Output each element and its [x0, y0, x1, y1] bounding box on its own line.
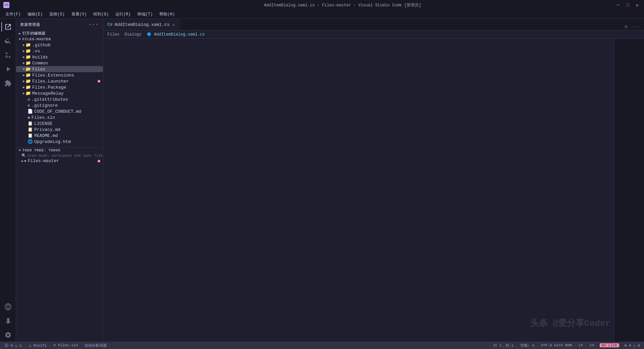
breadcrumb-file[interactable]: 🔷 AddItemDialog.xaml.cs: [147, 32, 205, 37]
extensions-icon[interactable]: [1, 77, 15, 90]
split-editor-button[interactable]: ⊟: [623, 23, 629, 30]
tree-item-common[interactable]: ▶ 📁 Common: [16, 60, 103, 66]
tree-item-filesln[interactable]: ◈ Files.sln: [16, 114, 103, 120]
tree-item-common-label: Common: [32, 61, 48, 66]
breadcrumb-sep2: ›: [143, 32, 145, 37]
menu-run[interactable]: 运行(R): [113, 11, 133, 18]
chevron-right-icon: ▶: [23, 43, 25, 47]
todo-section-header[interactable]: ▼ TODO TREE: TODOS: [16, 148, 103, 153]
auto-analyze-status[interactable]: 自动分析词源: [83, 343, 108, 348]
folder-icon2: 📁: [25, 48, 31, 54]
problems-count[interactable]: ⊗ 0 ⚠ 0: [623, 343, 641, 348]
file-icon-license: 📋: [28, 121, 33, 126]
tree-item-codeofconduct[interactable]: 📄 CODE_OF_CONDUCT.md: [16, 108, 103, 114]
sidebar-options-button[interactable]: ···: [88, 21, 99, 28]
todo-badge: [98, 160, 100, 162]
menu-terminal[interactable]: 终端(T): [135, 11, 156, 18]
line-ending-status[interactable]: LF: [577, 343, 584, 347]
breadcrumb-files[interactable]: Files: [107, 32, 119, 37]
tree-item-vs[interactable]: ▶ 📁 .vs: [16, 48, 103, 54]
language-status[interactable]: C#: [588, 343, 595, 347]
chevron-right-icon3: ▶: [23, 55, 25, 59]
file-icon-readme: 📋: [28, 133, 33, 138]
breadcrumb-dialogs[interactable]: Dialogs: [124, 32, 141, 37]
file-icon-upgrade: 🌐: [28, 139, 33, 144]
todo-filesmaster[interactable]: ▶ ● Files-master: [16, 158, 103, 164]
window-controls[interactable]: ─ □ ✕: [615, 2, 641, 9]
minimize-button[interactable]: ─: [615, 2, 622, 9]
settings-icon[interactable]: [1, 328, 15, 342]
chevron-right-icon7: ▶: [23, 85, 25, 89]
tree-item-filespackage[interactable]: ▶ 📁 Files.Package: [16, 84, 103, 90]
maximize-button[interactable]: □: [624, 2, 631, 9]
tree-item-readmemd[interactable]: 📋 README.md: [16, 133, 103, 139]
tree-item-gitattributes[interactable]: ◇ .gitattributes: [16, 96, 103, 102]
todo-filesmaster-label: Files-master: [28, 158, 59, 163]
activity-bar: [0, 19, 16, 342]
explorer-icon[interactable]: [1, 20, 15, 34]
chevron-right-icon4: ▶: [23, 61, 25, 65]
code-editor: [103, 39, 644, 342]
editor-tab-additemdialog[interactable]: C# AddItemDialog.xaml.cs ✕: [103, 19, 180, 30]
status-left: ⓪ 0 △ 1 △ Minify ≡ Files.sln 自动分析词源: [3, 343, 108, 348]
sidebar-content: ▶ 打开的编辑器 ▼ FILES-MASTER ▶ 📁 .github ▶ 📁 …: [16, 30, 103, 342]
menu-bar: 文件(F) 编辑(E) 选择(S) 查看(V) 转到(G) 运行(R) 终端(T…: [0, 10, 644, 19]
tree-item-builds[interactable]: ▶ 📁 builds: [16, 54, 103, 60]
tree-item-builds-label: builds: [32, 55, 48, 60]
search-icon[interactable]: [1, 34, 15, 48]
tree-item-upgradelog[interactable]: 🌐 UpgradeLog.htm: [16, 139, 103, 145]
menu-edit[interactable]: 编辑(E): [25, 11, 46, 18]
sidebar: 资源管理器 ··· ▶ 打开的编辑器 ▼ FILES-MASTER ▶ 📁 .g…: [16, 19, 103, 342]
window-title: AddItemDialog.xaml.cs - Files-master - V…: [70, 2, 615, 8]
todo-header-label: TODO TREE: TODOS: [22, 148, 61, 152]
open-editors-chevron: ▶: [19, 32, 21, 36]
tree-item-gitignore[interactable]: ◇ .gitignore: [16, 102, 103, 108]
tree-item-fileslauncher[interactable]: ▶ 📁 Files.Launcher: [16, 78, 103, 84]
tree-item-license[interactable]: 📋 LICENSE: [16, 120, 103, 127]
folder-icon9: 📁: [25, 91, 31, 96]
source-control-icon[interactable]: [1, 48, 15, 62]
folder-icon5: 📂: [25, 66, 31, 72]
minimap: [614, 39, 644, 342]
indent-status[interactable]: 空格: 4: [519, 343, 536, 348]
chevron-right-todo: ▶: [21, 159, 23, 163]
menu-view[interactable]: 查看(V): [69, 11, 90, 18]
open-editors-section[interactable]: ▶ 打开的编辑器: [16, 30, 103, 37]
minify-status[interactable]: △ Minify: [28, 343, 48, 348]
menu-file[interactable]: 文件(F): [3, 11, 23, 18]
test-icon[interactable]: [1, 314, 15, 328]
menu-goto[interactable]: 转到(G): [91, 11, 111, 18]
menu-select[interactable]: 选择(S): [47, 11, 67, 18]
encoding-status[interactable]: UTF-8 with BOM: [540, 343, 573, 347]
status-right: 行 1，列 1 空格: 4 UTF-8 with BOM LF C# Go Li…: [492, 343, 641, 348]
file-icon-todo: ●: [24, 159, 26, 163]
more-actions-button[interactable]: ···: [630, 23, 641, 30]
cursor-position[interactable]: 行 1，列 1: [492, 343, 515, 348]
remote-icon[interactable]: [1, 300, 15, 313]
go-live-button[interactable]: Go Live: [600, 343, 619, 347]
tab-close-button[interactable]: ✕: [171, 22, 175, 28]
code-content[interactable]: [119, 39, 614, 342]
tree-item-files[interactable]: ▼ 📂 Files: [16, 66, 103, 72]
tree-item-messagerelay[interactable]: ▶ 📁 MessageRelay: [16, 90, 103, 96]
solution-status[interactable]: ≡ Files.sln: [52, 343, 79, 347]
files-master-section[interactable]: ▼ FILES-MASTER: [16, 37, 103, 42]
tree-item-filesln-label: Files.sln: [32, 115, 55, 120]
folder-icon8: 📁: [25, 85, 31, 90]
tree-item-privacymd[interactable]: 📋 Privacy.md: [16, 127, 103, 133]
tree-item-github[interactable]: ▶ 📁 .github: [16, 42, 103, 48]
tab-label-additemdialog: AddItemDialog.xaml.cs: [115, 22, 170, 27]
close-button[interactable]: ✕: [634, 2, 641, 9]
remote-status[interactable]: ⓪ 0 △ 1: [3, 343, 24, 348]
status-bar: ⓪ 0 △ 1 △ Minify ≡ Files.sln 自动分析词源 行 1，…: [0, 342, 644, 349]
folder-icon4: 📁: [25, 60, 31, 66]
todo-scan-mode: 🔍 Scan mode: workspace and open files: [16, 153, 103, 158]
menu-help[interactable]: 帮助(H): [157, 11, 177, 18]
tree-item-github-label: .github: [32, 43, 51, 48]
chevron-right-icon8: ▶: [23, 91, 25, 95]
run-debug-icon[interactable]: [1, 62, 15, 76]
tree-item-filesext[interactable]: ▶ 📁 Files.Extensions: [16, 72, 103, 78]
tree-item-readmemd-label: README.md: [34, 133, 58, 138]
todo-section: ▼ TODO TREE: TODOS 🔍 Scan mode: workspac…: [16, 147, 103, 164]
folder-icon6: 📁: [25, 72, 31, 78]
